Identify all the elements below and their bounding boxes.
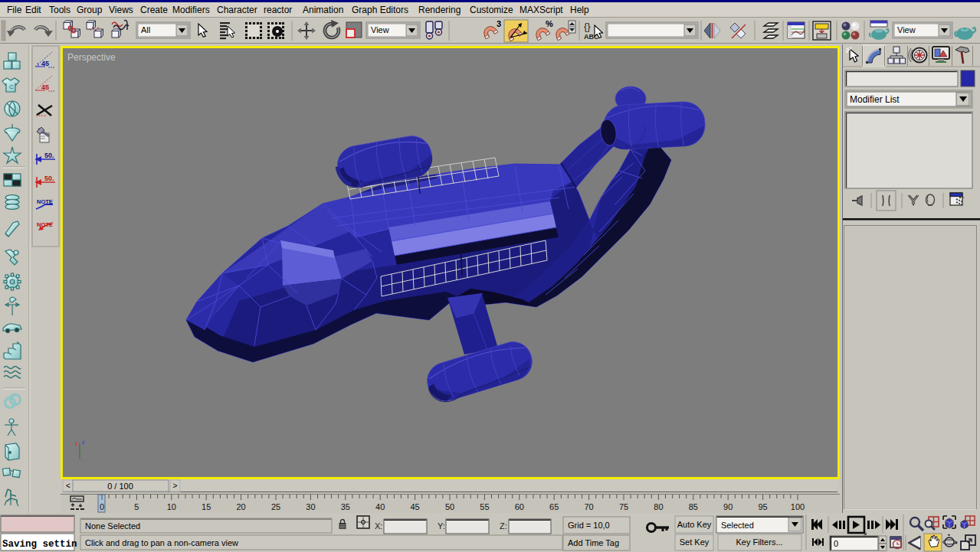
svg-text:Modifier List: Modifier List: [850, 94, 900, 105]
svg-text:45: 45: [41, 83, 49, 91]
svg-text:View: View: [897, 25, 916, 34]
svg-text:3: 3: [497, 19, 501, 28]
svg-text:20: 20: [236, 502, 245, 511]
svg-text:95: 95: [758, 502, 767, 511]
svg-text:NOTE: NOTE: [37, 221, 53, 228]
svg-text:C: C: [9, 83, 14, 90]
svg-text:Y:: Y:: [438, 521, 445, 531]
svg-text:%: %: [546, 19, 553, 28]
svg-text:Set Key: Set Key: [680, 537, 710, 547]
svg-text:<: <: [66, 482, 70, 490]
svg-text:All: All: [141, 25, 150, 34]
svg-text:Add Time Tag: Add Time Tag: [568, 538, 619, 547]
svg-text:Key Filters...: Key Filters...: [736, 537, 782, 547]
svg-text:X:: X:: [375, 521, 382, 531]
svg-text:10: 10: [167, 502, 176, 511]
svg-text:Auto Key: Auto Key: [677, 520, 712, 529]
svg-text:85: 85: [689, 502, 698, 511]
svg-text:90: 90: [723, 502, 733, 511]
svg-text:Saving settin: Saving settin: [2, 539, 77, 550]
svg-text:45: 45: [41, 60, 49, 67]
svg-text:z: z: [82, 439, 85, 445]
svg-text:50.: 50.: [44, 152, 54, 159]
svg-text:55: 55: [480, 502, 489, 511]
svg-text:Click and drag to pan a non-ca: Click and drag to pan a non-camera view: [85, 538, 238, 547]
svg-text:Selected: Selected: [721, 521, 754, 530]
svg-text:Z:: Z:: [500, 521, 507, 531]
svg-text:70: 70: [584, 502, 593, 511]
svg-text:View: View: [371, 25, 389, 34]
svg-text:15: 15: [202, 502, 211, 511]
svg-text:100: 100: [791, 502, 805, 511]
svg-text:0: 0: [834, 539, 838, 548]
svg-text:None Selected: None Selected: [85, 521, 140, 531]
svg-text:40: 40: [375, 502, 385, 511]
svg-text:25: 25: [271, 502, 280, 511]
svg-text:>: >: [173, 482, 178, 490]
svg-text:30: 30: [306, 502, 315, 511]
svg-text:5: 5: [134, 502, 139, 511]
svg-text:Grid = 10,0: Grid = 10,0: [568, 521, 610, 530]
svg-text:35: 35: [341, 502, 350, 511]
svg-text:50: 50: [445, 502, 454, 511]
svg-text:y: y: [75, 440, 78, 446]
svg-text:45: 45: [410, 502, 419, 511]
svg-text:0 / 100: 0 / 100: [107, 482, 133, 491]
svg-text:65: 65: [549, 502, 559, 511]
svg-text:{}: {}: [584, 21, 591, 32]
svg-text:60: 60: [515, 502, 524, 511]
svg-text:80: 80: [654, 502, 663, 511]
svg-text:75: 75: [619, 502, 628, 511]
svg-text:0: 0: [100, 502, 104, 511]
svg-text:50.: 50.: [44, 175, 54, 182]
